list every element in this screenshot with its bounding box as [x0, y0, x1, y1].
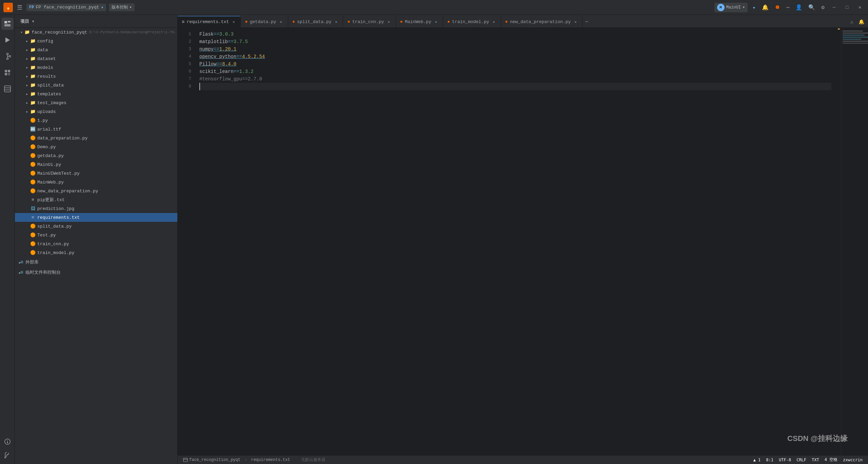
templates-label: templates — [37, 92, 61, 97]
svg-rect-10 — [5, 70, 7, 72]
sidebar-item-requirements[interactable]: ≡ requirements.txt — [15, 213, 177, 222]
mainweb-tab-close[interactable]: ✕ — [433, 19, 439, 24]
train-model-tab-close[interactable]: ✕ — [491, 19, 497, 24]
sidebar-item-data-preparation[interactable]: 🟠 data_preparation.py — [15, 134, 177, 142]
warnings-indicator[interactable]: ▲ 1 — [753, 458, 761, 462]
split-data-tab-close[interactable]: ✕ — [333, 19, 339, 24]
account-icon[interactable]: 👤 — [794, 3, 804, 12]
sidebar-item-mainweb[interactable]: 🟠 MainWeb.py — [15, 178, 177, 187]
train-model-label: train_model.py — [37, 250, 74, 255]
sidebar-item-test-images[interactable]: 📁 test_images — [15, 98, 177, 107]
indent-indicator[interactable]: 4 空格 — [825, 457, 837, 463]
hamburger-menu[interactable]: ☰ — [16, 2, 24, 13]
tab-mainweb[interactable]: ● MainWeb.py ✕ — [396, 16, 443, 27]
breadcrumb-file[interactable]: requirements.txt — [251, 458, 290, 462]
train-cnn-tab-close[interactable]: ✕ — [386, 19, 392, 24]
plugin-icon[interactable] — [1, 66, 14, 79]
version-control-btn[interactable]: 版本控制 ▾ — [109, 3, 134, 11]
user-selector[interactable]: M MainUI ▾ — [714, 3, 748, 12]
tab-split-data[interactable]: ● split_data.py ✕ — [288, 16, 343, 27]
sidebar-item-train-cnn[interactable]: 🟠 train_cnn.py — [15, 239, 177, 248]
sidebar-item-mainui[interactable]: 🟠 MainUi.py — [15, 160, 177, 169]
pkg-name-3: numpy — [199, 45, 214, 53]
sidebar-item-test[interactable]: 🟠 Test.py — [15, 231, 177, 239]
restore-button[interactable]: □ — [842, 3, 852, 12]
sidebar-item-1py[interactable]: 🟠 1.py — [15, 116, 177, 125]
temp-files-section[interactable]: ⊞ 临时文件和控制台 — [15, 267, 177, 277]
git-icon[interactable] — [1, 50, 14, 62]
run-debug-icon[interactable] — [1, 34, 14, 46]
bell-icon[interactable]: 🔔 — [761, 3, 770, 12]
sidebar-item-config[interactable]: 📁 config — [15, 37, 177, 45]
results-chevron — [24, 74, 30, 79]
sidebar-item-pip-update[interactable]: ≡ pip更新.txt — [15, 195, 177, 204]
sidebar-item-new-data-preparation[interactable]: 🟠 new_data_preparation.py — [15, 187, 177, 195]
1py-label: 1.py — [37, 118, 48, 123]
sidebar-item-dataset[interactable]: 📁 dataset — [15, 54, 177, 63]
new-data-preparation-tab-close[interactable]: ✕ — [573, 19, 578, 24]
title-bar-left: 🔥 ☰ FP FP face_recognition_pyqt ▾ 版本控制 ▾ — [3, 2, 135, 13]
root-folder-path: D:\2-Python\2-DeepLearningProject\1-Tens… — [89, 30, 177, 34]
breadcrumb-project[interactable]: face_recognition_pyqt — [183, 458, 240, 462]
getdata-tab-close[interactable]: ✕ — [278, 19, 284, 24]
getdata-label: getdata.py — [37, 153, 64, 158]
close-button[interactable]: ✕ — [855, 3, 865, 12]
info-icon[interactable] — [1, 436, 14, 448]
tab-new-data-preparation[interactable]: ● new_data_preparation.py ✕ — [501, 16, 583, 27]
file-type-indicator[interactable]: TXT — [812, 458, 819, 462]
project-name: FP face_recognition_pyqt — [36, 5, 99, 10]
line-col-indicator[interactable]: 8:1 — [766, 458, 773, 462]
getdata-tab-label: getdata.py — [250, 19, 276, 24]
tab-warnings-btn[interactable]: ⚠ — [848, 18, 856, 26]
split-data-py-label: split_data.py — [37, 224, 72, 229]
line-ending-indicator[interactable]: CRLF — [796, 458, 806, 462]
external-libs-section[interactable]: ⊞ 外部库 — [15, 257, 177, 267]
getdata-icon: 🟠 — [30, 153, 36, 159]
sidebar-item-arial[interactable]: 🔤 arial.ttf — [15, 125, 177, 134]
explorer-icon[interactable] — [1, 18, 14, 30]
editor-scrollbar[interactable] — [837, 28, 841, 455]
sidebar-item-split-data[interactable]: 📁 split_data — [15, 81, 177, 90]
root-folder[interactable]: 📁 face_recognition_pyqt D:\2-Python\2-De… — [15, 28, 177, 37]
pkg-ver-4: 4.5.2.54 — [242, 53, 265, 60]
sidebar-item-data[interactable]: 📁 data — [15, 45, 177, 54]
minimap — [841, 28, 868, 455]
demo-icon: 🟠 — [30, 144, 36, 150]
sidebar-item-models[interactable]: 📁 models — [15, 63, 177, 72]
requirements-tab-close[interactable]: ✕ — [231, 19, 236, 25]
more-options-icon[interactable]: ⋯ — [785, 3, 791, 12]
code-content[interactable]: Flask==3.0.3 matplotlib==3.7.5 numpy==1.… — [194, 28, 837, 455]
sidebar-item-train-model[interactable]: 🟠 train_model.py — [15, 248, 177, 257]
project-selector[interactable]: FP FP face_recognition_pyqt ▾ — [26, 4, 106, 11]
tab-train-model[interactable]: ● train_model.py ✕ — [443, 16, 501, 27]
tab-train-cnn[interactable]: ● train_cnn.py ✕ — [343, 16, 396, 27]
search-icon[interactable]: 🔍 — [807, 3, 816, 12]
settings-icon[interactable]: ⚙ — [820, 3, 826, 12]
train-model-icon: 🟠 — [30, 250, 36, 256]
copilot-icon[interactable]: ✦ — [751, 3, 757, 12]
sidebar-item-prediction[interactable]: 🖼 prediction.jpg — [15, 204, 177, 213]
sidebar-item-split-data-py[interactable]: 🟠 split_data.py — [15, 222, 177, 231]
train-model-tab-icon: ● — [447, 19, 450, 24]
tools-icon[interactable] — [1, 449, 14, 461]
minimize-button[interactable]: ─ — [829, 3, 839, 12]
sidebar-item-templates[interactable]: 📁 templates — [15, 90, 177, 98]
code-line-3: numpy==1.20.1 — [199, 45, 831, 53]
sidebar-item-uploads[interactable]: 📁 uploads — [15, 107, 177, 116]
sidebar-item-mainuiwebtest[interactable]: 🟠 MainUIWebTest.py — [15, 169, 177, 178]
sidebar-item-demo[interactable]: 🟠 Demo.py — [15, 142, 177, 151]
test-images-chevron — [24, 100, 30, 105]
tab-notifications-btn[interactable]: 🔔 — [857, 18, 865, 26]
tab-getdata[interactable]: ● getdata.py ✕ — [241, 16, 288, 27]
mainweb-icon: 🟠 — [30, 179, 36, 185]
record-icon[interactable]: ⏺ — [773, 3, 782, 12]
tab-requirements[interactable]: ≡ requirements.txt ✕ — [178, 16, 241, 27]
sidebar-header[interactable]: 项目 ▾ — [15, 15, 177, 28]
sidebar-item-getdata[interactable]: 🟠 getdata.py — [15, 151, 177, 160]
encoding-indicator[interactable]: UTF-8 — [779, 458, 791, 462]
git-indicator[interactable]: zxwccrin — [843, 458, 863, 462]
tab-more-btn[interactable]: ⋯ — [583, 16, 591, 27]
layers-icon[interactable] — [1, 83, 14, 95]
data-chevron — [24, 47, 30, 53]
sidebar-item-results[interactable]: 📁 results — [15, 72, 177, 81]
